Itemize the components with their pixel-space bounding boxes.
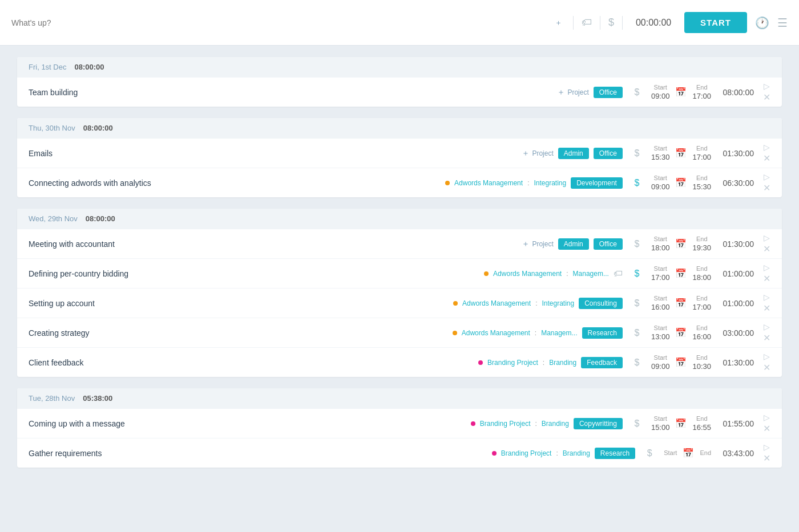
task-name[interactable]: Integrating [534, 179, 566, 187]
play-button[interactable]: ▷ [764, 352, 770, 361]
calendar-icon[interactable]: 📅 [674, 298, 688, 308]
billable-dollar-icon[interactable]: $ [628, 87, 645, 98]
calendar-icon[interactable]: 📅 [681, 448, 695, 458]
add-project-button[interactable]: ＋ Project [557, 87, 588, 98]
tag-badge[interactable]: Copywritting [574, 418, 623, 429]
start-button[interactable]: START [684, 12, 747, 33]
tag-badge[interactable]: Consulting [579, 298, 623, 309]
delete-button[interactable]: ✕ [763, 362, 770, 373]
tag-badge[interactable]: Admin [558, 148, 589, 159]
tag-badge[interactable]: Office [594, 87, 623, 98]
time-entry-input[interactable] [11, 18, 548, 27]
calendar-icon[interactable]: 📅 [674, 268, 688, 279]
task-name[interactable]: Branding [542, 420, 569, 428]
play-button[interactable]: ▷ [764, 172, 770, 181]
end-value[interactable]: 10:30 [692, 362, 711, 371]
tag-badge[interactable]: Office [594, 148, 623, 159]
project-name-link[interactable]: Adwords Management [462, 329, 530, 337]
calendar-icon[interactable]: 📅 [674, 418, 688, 429]
billable-dollar-icon[interactable]: $ [641, 448, 658, 458]
end-value[interactable]: 18:00 [692, 273, 711, 282]
start-value[interactable]: 15:30 [651, 153, 670, 161]
end-value[interactable]: 17:00 [692, 92, 711, 100]
task-name[interactable]: Branding [549, 359, 576, 367]
delete-button[interactable]: ✕ [763, 423, 770, 434]
entry-name: Team building [29, 88, 223, 97]
play-button[interactable]: ▷ [764, 263, 770, 272]
tag-badge[interactable]: Admin [558, 238, 589, 250]
play-button[interactable]: ▷ [764, 442, 770, 452]
calendar-icon[interactable]: 📅 [674, 148, 688, 159]
project-dot [453, 301, 458, 306]
tag-icon[interactable]: 🏷 [614, 269, 623, 279]
start-value[interactable]: 16:00 [651, 303, 670, 311]
end-value[interactable]: 17:00 [692, 303, 711, 311]
add-project-button[interactable]: ＋ Project [522, 148, 553, 159]
billable-dollar-icon[interactable]: $ [628, 298, 645, 308]
play-button[interactable]: ▷ [764, 82, 770, 91]
delete-button[interactable]: ✕ [763, 182, 770, 193]
start-value[interactable]: 13:00 [651, 332, 670, 341]
project-name-link[interactable]: Adwords Management [493, 270, 562, 278]
clock-icon[interactable]: 🕐 [755, 16, 769, 30]
entry-actions: ▷ ✕ [763, 143, 770, 164]
start-value[interactable]: 09:00 [651, 362, 670, 371]
project-name-link[interactable]: Branding Project [480, 420, 531, 428]
tag-badge[interactable]: Research [595, 448, 635, 459]
dollar-icon[interactable]: $ [608, 17, 614, 29]
play-button[interactable]: ▷ [764, 413, 770, 422]
billable-dollar-icon[interactable]: $ [628, 239, 645, 249]
delete-button[interactable]: ✕ [763, 273, 770, 284]
calendar-icon[interactable]: 📅 [674, 177, 688, 188]
tag-badge[interactable]: Office [594, 238, 623, 250]
task-name[interactable]: Branding [563, 449, 590, 457]
project-name-link[interactable]: Branding Project [487, 359, 538, 367]
delete-button[interactable]: ✕ [763, 332, 770, 343]
calendar-icon[interactable]: 📅 [674, 357, 688, 368]
tag-icon[interactable]: 🏷 [582, 17, 592, 29]
tag-badge[interactable]: Development [571, 177, 623, 189]
end-value[interactable]: 17:00 [692, 153, 711, 161]
tag-badge[interactable]: Feedback [581, 357, 623, 368]
entry-name: Connecting adwords with analytics [29, 178, 223, 188]
delete-button[interactable]: ✕ [763, 453, 770, 464]
project-name-link[interactable]: Adwords Management [462, 299, 531, 307]
start-value[interactable]: 09:00 [651, 182, 670, 191]
add-project-button[interactable]: ＋ Project [522, 239, 553, 249]
end-value[interactable]: 16:00 [692, 332, 711, 341]
delete-button[interactable]: ✕ [763, 303, 770, 314]
delete-button[interactable]: ✕ [763, 153, 770, 164]
project-name-link[interactable]: Adwords Management [454, 179, 523, 187]
end-time-block: End 16:00 [692, 324, 711, 340]
billable-dollar-icon[interactable]: $ [628, 148, 645, 159]
tag-badge[interactable]: Research [582, 327, 623, 339]
billable-dollar-icon[interactable]: $ [628, 269, 645, 279]
delete-button[interactable]: ✕ [763, 243, 770, 254]
start-value[interactable]: 15:00 [651, 423, 670, 432]
play-button[interactable]: ▷ [764, 322, 770, 331]
add-project-button[interactable]: ＋ [555, 18, 565, 28]
start-value[interactable]: 18:00 [651, 243, 670, 252]
end-value[interactable]: 19:30 [692, 243, 711, 252]
start-value[interactable]: 09:00 [651, 92, 670, 100]
play-button[interactable]: ▷ [764, 293, 770, 302]
task-name[interactable]: Managem... [573, 270, 609, 278]
end-value[interactable]: 16:55 [692, 423, 711, 432]
calendar-icon[interactable]: 📅 [674, 87, 688, 98]
project-name-link[interactable]: Branding Project [501, 449, 552, 457]
play-button[interactable]: ▷ [764, 143, 770, 152]
task-name[interactable]: Integrating [542, 299, 574, 307]
billable-dollar-icon[interactable]: $ [628, 419, 645, 429]
billable-dollar-icon[interactable]: $ [628, 178, 645, 188]
play-button[interactable]: ▷ [764, 233, 770, 242]
delete-button[interactable]: ✕ [763, 92, 770, 103]
start-label: Start [651, 84, 670, 91]
task-name[interactable]: Managem... [541, 329, 577, 337]
start-value[interactable]: 17:00 [651, 273, 670, 282]
calendar-icon[interactable]: 📅 [674, 327, 688, 338]
end-value[interactable]: 15:30 [692, 182, 711, 191]
billable-dollar-icon[interactable]: $ [628, 358, 645, 368]
billable-dollar-icon[interactable]: $ [628, 328, 645, 338]
calendar-icon[interactable]: 📅 [674, 238, 688, 249]
menu-icon[interactable]: ☰ [777, 16, 788, 30]
